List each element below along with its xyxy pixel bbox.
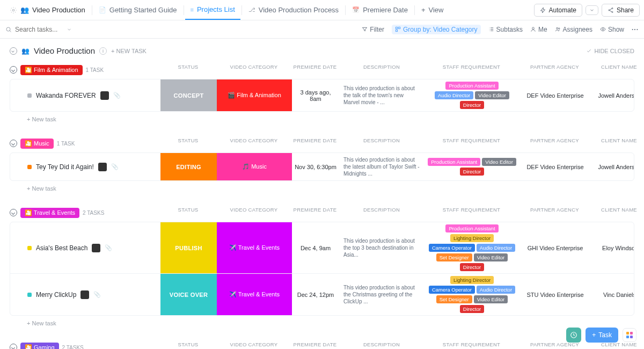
- status-cell[interactable]: EDITING: [160, 153, 217, 180]
- collapse-all[interactable]: [10, 47, 17, 55]
- col-header[interactable]: VIDEO CATEGORY: [216, 207, 291, 219]
- group-pill[interactable]: 🎦 Gaming: [20, 343, 59, 350]
- col-header[interactable]: STATUS: [160, 341, 216, 349]
- me-button[interactable]: Me: [530, 26, 547, 33]
- col-header[interactable]: PREMIERE DATE: [291, 207, 339, 219]
- date-cell[interactable]: 3 days ago, 8am: [292, 79, 339, 111]
- col-header[interactable]: CLIENT NAME: [591, 341, 644, 349]
- category-cell[interactable]: 🎬 Film & Animation: [217, 79, 292, 111]
- date-cell[interactable]: Dec 4, 9am: [292, 222, 339, 273]
- col-header[interactable]: STATUS: [160, 137, 216, 149]
- search-input[interactable]: [5, 26, 80, 33]
- new-task-link[interactable]: + NEW TASK: [111, 48, 147, 54]
- col-header[interactable]: STAFF REQUIREMENT: [425, 341, 518, 349]
- status-cell[interactable]: VOICE OVER: [160, 274, 217, 315]
- description-cell[interactable]: This video production is about the lates…: [339, 153, 425, 180]
- workspace-title[interactable]: 👥 Video Production: [4, 0, 91, 20]
- col-header[interactable]: PARTNER AGENCY: [518, 207, 591, 219]
- add-view[interactable]: + View: [416, 0, 449, 20]
- show-button[interactable]: Show: [600, 26, 624, 33]
- hide-closed[interactable]: HIDE CLOSED: [586, 48, 634, 54]
- category-cell[interactable]: ✈️ Travel & Events: [217, 274, 292, 315]
- col-header[interactable]: PARTNER AGENCY: [518, 64, 591, 76]
- col-header[interactable]: STAFF REQUIREMENT: [425, 207, 518, 219]
- more-menu[interactable]: ···: [632, 26, 639, 33]
- group-toggle[interactable]: [10, 209, 17, 216]
- col-header[interactable]: PARTNER AGENCY: [518, 137, 591, 149]
- col-header[interactable]: VIDEO CATEGORY: [216, 341, 291, 349]
- col-header[interactable]: CLIENT NAME: [591, 137, 644, 149]
- info-icon[interactable]: i: [99, 47, 107, 55]
- col-header[interactable]: VIDEO CATEGORY: [216, 137, 291, 149]
- group-toggle[interactable]: [10, 344, 17, 349]
- date-cell[interactable]: Dec 24, 12pm: [292, 274, 339, 315]
- staff-tag: Director: [460, 263, 484, 271]
- col-header[interactable]: STATUS: [160, 207, 216, 219]
- col-header[interactable]: STATUS: [160, 64, 216, 76]
- col-header[interactable]: DESCRIPTION: [339, 137, 425, 149]
- task-row[interactable]: Asia's Best Beach 📎 PUBLISH ✈️ Travel & …: [10, 222, 634, 274]
- date-cell[interactable]: Nov 30, 6:30pm: [292, 153, 339, 180]
- col-header[interactable]: PARTNER AGENCY: [518, 341, 591, 349]
- filter-icon: [362, 26, 368, 32]
- client-cell[interactable]: Jowell Anderson: [591, 153, 634, 180]
- group-pill[interactable]: 🎦 Travel & Events: [20, 208, 79, 218]
- col-header[interactable]: DESCRIPTION: [339, 64, 425, 76]
- assignees-button[interactable]: Assignees: [555, 26, 592, 33]
- col-header[interactable]: CLIENT NAME: [591, 207, 644, 219]
- new-task-row[interactable]: + New task: [10, 112, 634, 122]
- col-header[interactable]: PREMIERE DATE: [291, 64, 339, 76]
- staff-cell[interactable]: Production AssistantVideo EditorDirector: [425, 153, 519, 180]
- group-by-button[interactable]: Group by: Video Category: [392, 25, 481, 34]
- automate-button[interactable]: Automate: [534, 4, 582, 17]
- col-header[interactable]: VIDEO CATEGORY: [216, 64, 291, 76]
- client-cell[interactable]: Eloy Windsor: [591, 222, 634, 273]
- new-task-row[interactable]: + New task: [10, 316, 634, 326]
- col-header[interactable]: CLIENT NAME: [591, 64, 644, 76]
- filter-button[interactable]: Filter: [362, 26, 384, 33]
- new-task-row[interactable]: + New task: [10, 181, 634, 192]
- record-button[interactable]: [566, 328, 581, 343]
- staff-cell[interactable]: Lighting DirectorCamera OperatorAudio Di…: [425, 274, 519, 315]
- category-cell[interactable]: ✈️ Travel & Events: [217, 222, 292, 273]
- svg-point-10: [558, 28, 559, 29]
- subtasks-button[interactable]: Subtasks: [488, 26, 523, 33]
- status-cell[interactable]: CONCEPT: [160, 79, 217, 111]
- group-toggle[interactable]: [10, 140, 17, 147]
- group-pill[interactable]: 🎦 Film & Animation: [20, 65, 83, 75]
- description-cell[interactable]: This video production is about the Chris…: [339, 274, 425, 315]
- agency-cell[interactable]: STU Video Enterprise: [519, 274, 591, 315]
- status-cell[interactable]: PUBLISH: [160, 222, 217, 273]
- group-pill[interactable]: 🎦 Music: [20, 139, 54, 149]
- group-toggle[interactable]: [10, 66, 17, 74]
- description-cell[interactable]: This video production is about the top 3…: [339, 222, 425, 273]
- client-cell[interactable]: Jowell Anderson: [591, 79, 634, 111]
- task-row[interactable]: Wakanda FOREVER 📎 CONCEPT 🎬 Film & Anima…: [10, 79, 634, 111]
- apps-button[interactable]: [623, 328, 636, 342]
- col-header[interactable]: PREMIERE DATE: [291, 341, 339, 349]
- task-row[interactable]: Merry ClickUp 📎 VOICE OVER ✈️ Travel & E…: [10, 274, 634, 315]
- automate-dropdown[interactable]: [586, 5, 598, 15]
- category-cell[interactable]: 🎵 Music: [217, 153, 292, 180]
- new-task-fab[interactable]: + Task: [586, 328, 618, 343]
- share-button[interactable]: Share: [602, 4, 640, 17]
- agency-cell[interactable]: DEF Video Enterprise: [519, 79, 591, 111]
- col-header[interactable]: DESCRIPTION: [339, 341, 425, 349]
- col-header[interactable]: PREMIERE DATE: [291, 137, 339, 149]
- tab-premiere-date[interactable]: 📅Premiere Date: [347, 0, 413, 20]
- toolbar: Filter Group by: Video Category Subtasks…: [0, 20, 644, 39]
- staff-cell[interactable]: Production AssistantLighting DirectorCam…: [425, 222, 519, 273]
- task-row[interactable]: Tey Tey Did it Again! 📎 EDITING 🎵 Music …: [10, 153, 634, 180]
- col-header[interactable]: DESCRIPTION: [339, 207, 425, 219]
- col-header[interactable]: STAFF REQUIREMENT: [425, 137, 518, 149]
- tab-getting-started-guide[interactable]: 📄Getting Started Guide: [93, 0, 182, 20]
- col-header[interactable]: STAFF REQUIREMENT: [425, 64, 518, 76]
- description-cell[interactable]: This video production is about the talk …: [339, 79, 425, 111]
- agency-cell[interactable]: GHI Video Enterprise: [519, 222, 591, 273]
- client-cell[interactable]: Vinc Daniels: [591, 274, 634, 315]
- tab-projects-list[interactable]: ≡Projects List: [185, 0, 240, 20]
- staff-cell[interactable]: Production AssistantAudio DirectorVideo …: [425, 79, 519, 111]
- agency-cell[interactable]: DEF Video Enterprise: [519, 153, 591, 180]
- task-thumbnail: [80, 290, 89, 299]
- tab-video-production-process[interactable]: ⎇Video Production Process: [243, 0, 344, 20]
